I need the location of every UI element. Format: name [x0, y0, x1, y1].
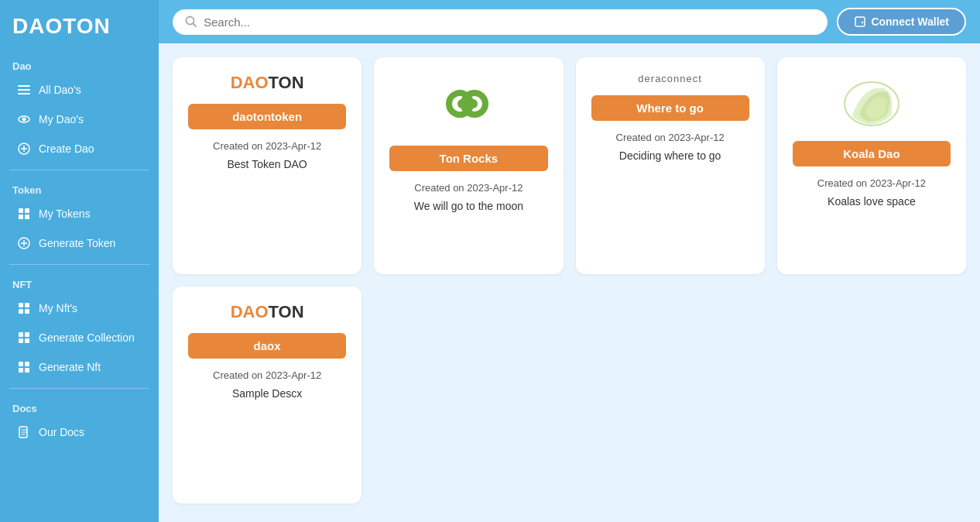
card-title: DAOTON — [231, 73, 304, 93]
card-date: Created on 2023-Apr-12 — [213, 369, 321, 381]
card-badge: Where to go — [591, 95, 749, 121]
card-ton-rocks[interactable]: Ton Rocks Created on 2023-Apr-12 We will… — [374, 57, 563, 274]
plus-circle-icon — [17, 142, 31, 156]
connect-wallet-button[interactable]: Connect Wallet — [837, 8, 966, 36]
sidebar-item-my-nfts[interactable]: My Nft's — [5, 294, 154, 322]
card-date: Created on 2023-Apr-12 — [817, 177, 926, 189]
section-label-token: Token — [0, 177, 159, 199]
wallet-icon — [854, 15, 866, 28]
card-desc: Sample Descx — [232, 387, 302, 400]
card-badge: Koala Dao — [793, 141, 951, 167]
doc-icon — [17, 425, 31, 439]
card-desc: Deciding where to go — [619, 149, 721, 162]
card-title: DAOTON — [231, 302, 304, 322]
sidebar-item-label: All Dao's — [39, 84, 81, 96]
search-bar[interactable] — [173, 9, 828, 35]
divider-2 — [9, 264, 149, 265]
search-icon — [185, 15, 197, 28]
svg-rect-11 — [25, 215, 29, 219]
svg-point-33 — [862, 22, 863, 23]
svg-rect-21 — [19, 338, 23, 343]
divider-1 — [9, 170, 149, 170]
card-date: Created on 2023-Apr-12 — [414, 182, 523, 194]
card-desc: Koalas love space — [828, 195, 916, 208]
card-badge: daox — [188, 333, 346, 359]
svg-rect-2 — [18, 93, 30, 94]
sidebar-item-label: My Nft's — [39, 302, 77, 314]
sidebar: DAOTON Dao All Dao's My Dao's Create Dao… — [0, 0, 159, 522]
sidebar-item-label: Our Docs — [39, 426, 84, 438]
sidebar-item-label: Generate Token — [39, 237, 115, 249]
sidebar-item-generate-token[interactable]: Generate Token — [5, 229, 154, 257]
svg-rect-36 — [465, 99, 478, 108]
svg-rect-26 — [25, 368, 29, 373]
title-dao: DAO — [231, 73, 269, 92]
svg-rect-17 — [19, 309, 23, 314]
divider-3 — [9, 388, 149, 389]
logo-ton: TON — [63, 14, 111, 38]
card-date: Created on 2023-Apr-12 — [213, 140, 321, 152]
svg-rect-10 — [19, 215, 23, 219]
sidebar-item-label: Create Dao — [39, 143, 94, 155]
card-date: Created on 2023-Apr-12 — [616, 132, 725, 143]
svg-rect-9 — [25, 208, 29, 213]
cards-grid: DAOTON daotontoken Created on 2023-Apr-1… — [173, 57, 966, 503]
svg-rect-18 — [25, 309, 29, 314]
card-desc: Best Token DAO — [228, 158, 307, 170]
koala-logo-area — [837, 73, 906, 135]
sidebar-item-generate-nft[interactable]: Generate Nft — [5, 353, 154, 381]
card-where-to-go[interactable]: deraconnect Where to go Created on 2023-… — [576, 57, 765, 274]
card-daoton-token[interactable]: DAOTON daotontoken Created on 2023-Apr-1… — [173, 57, 362, 274]
koala-logo-svg — [837, 77, 906, 131]
title-ton: TON — [269, 302, 304, 321]
section-label-nft: NFT — [0, 271, 159, 294]
svg-rect-25 — [19, 368, 23, 373]
card-daox[interactable]: DAOTON daox Created on 2023-Apr-12 Sampl… — [173, 287, 362, 503]
svg-rect-20 — [25, 332, 29, 337]
grid-icon — [17, 207, 31, 221]
card-desc: We will go to the moon — [414, 200, 523, 212]
list-icon — [17, 83, 31, 97]
grid2-icon-2 — [17, 360, 31, 374]
sidebar-item-label: Generate Collection — [39, 331, 135, 344]
svg-rect-16 — [25, 303, 29, 307]
connect-wallet-label: Connect Wallet — [871, 15, 949, 28]
eye-icon — [17, 112, 31, 126]
deraconnect-brand: deraconnect — [638, 73, 702, 84]
grid-icon-2 — [17, 301, 31, 315]
card-badge: daotontoken — [188, 104, 346, 129]
go-logo-svg — [430, 81, 507, 127]
sidebar-item-my-tokens[interactable]: My Tokens — [5, 200, 154, 228]
sidebar-item-label: My Dao's — [39, 113, 84, 125]
search-input[interactable] — [204, 15, 815, 29]
svg-rect-19 — [19, 332, 23, 337]
svg-rect-1 — [18, 89, 30, 91]
sidebar-item-create-dao[interactable]: Create Dao — [5, 135, 154, 163]
section-label-dao: Dao — [0, 53, 159, 75]
svg-rect-8 — [19, 208, 23, 213]
sidebar-item-generate-collection[interactable]: Generate Collection — [5, 324, 154, 352]
plus-circle-icon-2 — [17, 236, 31, 250]
sidebar-item-label: My Tokens — [39, 208, 91, 220]
title-dao: DAO — [231, 302, 269, 321]
sidebar-item-our-docs[interactable]: Our Docs — [5, 418, 154, 446]
card-logo — [430, 73, 507, 135]
svg-rect-15 — [19, 303, 23, 307]
sidebar-item-my-daos[interactable]: My Dao's — [5, 105, 154, 133]
sidebar-logo: DAOTON — [0, 0, 159, 53]
svg-rect-24 — [25, 362, 29, 366]
svg-line-32 — [194, 24, 197, 27]
svg-rect-23 — [19, 362, 23, 366]
svg-point-4 — [22, 118, 26, 122]
card-koala-dao[interactable]: Koala Dao Created on 2023-Apr-12 Koalas … — [777, 57, 966, 274]
content-area: DAOTON daotontoken Created on 2023-Apr-1… — [159, 43, 980, 522]
section-label-docs: Docs — [0, 395, 159, 417]
sidebar-item-label: Generate Nft — [39, 361, 101, 373]
sidebar-item-all-daos[interactable]: All Dao's — [5, 76, 154, 104]
card-badge: Ton Rocks — [389, 146, 547, 171]
main-content: Connect Wallet DAOTON daotontoken Create… — [159, 0, 980, 522]
header: Connect Wallet — [159, 0, 980, 43]
svg-rect-22 — [25, 338, 29, 343]
grid2-icon — [17, 331, 31, 345]
title-ton: TON — [269, 73, 304, 92]
